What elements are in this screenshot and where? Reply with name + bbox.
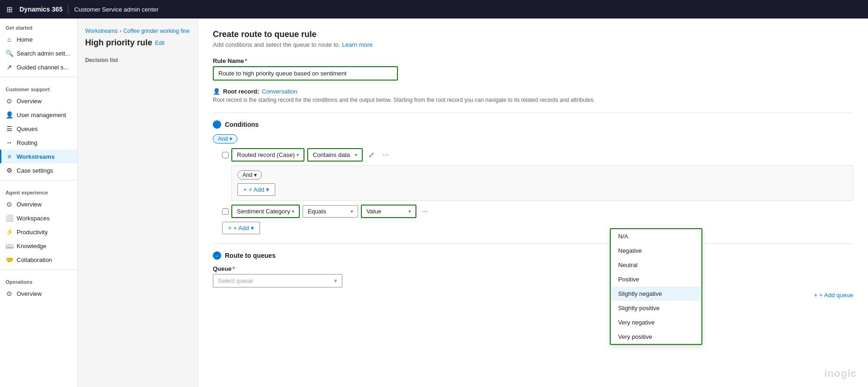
routed-record-label: Routed record (Case) [237, 151, 295, 158]
learn-more-link[interactable]: Learn more [342, 41, 372, 48]
value-chevron-icon: ▾ [409, 209, 411, 214]
guided-channel-icon: ↗ [6, 63, 13, 71]
and-pill[interactable]: And ▾ [213, 134, 237, 144]
get-started-section: Get started [0, 19, 77, 32]
route-to-queues-section: ↔ Route to queues Queue* Select queue ▾ [213, 243, 853, 287]
value-dropdown[interactable]: Value ▾ [361, 205, 416, 218]
sidebar-item-guided-channel[interactable]: ↗ Guided channel s... [0, 60, 77, 74]
sidebar-item-op-overview[interactable]: ⊙ Overview [0, 287, 77, 300]
rule-name-input[interactable] [213, 66, 398, 81]
sentiment-category-dropdown[interactable]: Sentiment Category ▾ [231, 205, 300, 218]
sidebar-item-knowledge[interactable]: 📖 Knowledge [0, 239, 77, 253]
select-queue-placeholder: Select queue [218, 277, 253, 284]
route-icon: ↔ [213, 251, 221, 260]
contains-data-dropdown[interactable]: Contains data ▾ [307, 148, 363, 162]
condition-2-checkbox[interactable] [222, 208, 229, 215]
routed-record-chevron-icon: ▾ [297, 152, 299, 157]
condition-1-options-button[interactable]: ··· [380, 150, 391, 160]
add-plus-icon: + [243, 186, 247, 193]
dropdown-option-slightly-positive[interactable]: Slightly positive [611, 301, 701, 315]
home-icon: ⌂ [6, 36, 13, 43]
sub-and-pill[interactable]: And ▾ [237, 170, 262, 180]
condition-1-more-button[interactable]: ⤢ [366, 150, 377, 160]
sidebar-item-user-mgmt-label: User management [17, 112, 66, 119]
sidebar-divider-1 [0, 77, 77, 77]
and-label: And [218, 136, 228, 142]
breadcrumb: Workstreams › Coffee grinder working fin… [85, 28, 190, 34]
dropdown-option-slightly-negative[interactable]: Slightly negative [611, 287, 701, 301]
equals-label: Equals [308, 208, 326, 215]
sidebar-item-user-management[interactable]: 👤 User management [0, 108, 77, 122]
left-panel-header: Workstreams › Coffee grinder working fin… [78, 24, 198, 53]
add-queue-button[interactable]: + + Add queue [814, 292, 853, 299]
condition-2-options-button[interactable]: ··· [419, 206, 431, 217]
rule-name-required: * [245, 57, 247, 64]
sidebar-item-search[interactable]: 🔍 Search admin sett... [0, 46, 77, 60]
sidebar-item-case-settings[interactable]: ⚙ Case settings [0, 163, 77, 177]
sidebar-item-workspaces[interactable]: ⬜ Workspaces [0, 211, 77, 225]
add-button[interactable]: + + Add ▾ [237, 183, 275, 196]
sidebar-item-guided-label: Guided channel s... [17, 64, 68, 71]
breadcrumb-workstreams[interactable]: Workstreams [85, 28, 118, 34]
select-queue-dropdown[interactable]: Select queue ▾ [213, 274, 342, 287]
dropdown-option-n/a[interactable]: N/A [611, 229, 701, 243]
main-wrapper: Workstreams › Coffee grinder working fin… [78, 19, 868, 387]
sidebar-item-search-label: Search admin sett... [17, 50, 70, 57]
app-name: Dynamics 365 [19, 6, 62, 13]
sentiment-chevron-icon: ▾ [292, 209, 294, 214]
sidebar-item-routing[interactable]: ↔ Routing [0, 136, 77, 150]
page-title-text: High priority rule [85, 38, 152, 48]
overview-icon: ⊙ [6, 97, 13, 105]
dropdown-option-negative[interactable]: Negative [611, 243, 701, 258]
rule-name-label: Rule Name* [213, 57, 853, 64]
condition-row-2: Sentiment Category ▾ Equals ▾ Value ▾ ··… [213, 205, 853, 218]
queues-icon: ☰ [6, 125, 13, 132]
breadcrumb-coffee-grinder[interactable]: Coffee grinder working fine [123, 28, 189, 34]
dropdown-option-positive[interactable]: Positive [611, 272, 701, 287]
sidebar-item-collaboration-label: Collaboration [17, 256, 52, 263]
queue-select-chevron-icon: ▾ [334, 277, 337, 284]
add-queue-plus-icon: + [814, 292, 818, 299]
routed-record-dropdown[interactable]: Routed record (Case) ▾ [231, 148, 304, 162]
contains-data-chevron-icon: ▾ [355, 152, 357, 157]
main-add-plus-icon: + [228, 225, 232, 231]
equals-dropdown[interactable]: Equals ▾ [303, 205, 358, 218]
main-add-chevron-icon: ▾ [251, 225, 254, 231]
dropdown-option-very-positive[interactable]: Very positive [611, 330, 701, 344]
page-title: High priority rule Edit [85, 38, 190, 48]
sidebar-item-workstreams[interactable]: ≡ Workstreams [0, 150, 77, 163]
edit-link[interactable]: Edit [155, 40, 165, 46]
main-add-button[interactable]: + + Add ▾ [222, 222, 260, 234]
topbar-separator [68, 5, 68, 14]
sidebar-item-queues[interactable]: ☰ Queues [0, 122, 77, 136]
user-management-icon: 👤 [6, 111, 13, 119]
root-record-header: 👤 Root record: Conversation [213, 88, 853, 95]
breadcrumb-separator: › [119, 28, 121, 34]
root-record-section: 👤 Root record: Conversation Root record … [213, 88, 853, 103]
grid-menu-button[interactable]: ⊞ [5, 5, 14, 14]
routing-icon: ↔ [6, 139, 13, 146]
sidebar-item-case-settings-label: Case settings [17, 167, 53, 174]
root-record-value: Conversation [262, 88, 298, 95]
sidebar-divider-3 [0, 269, 77, 270]
condition-1-checkbox[interactable] [222, 152, 229, 158]
sidebar-item-home[interactable]: ⌂ Home [0, 32, 77, 46]
main-add-label: + Add [234, 225, 249, 231]
sidebar-item-overview[interactable]: ⊙ Overview [0, 94, 77, 108]
sidebar-item-home-label: Home [17, 36, 33, 43]
sub-condition-box: And ▾ + + Add ▾ [231, 165, 853, 201]
sidebar-item-collaboration[interactable]: 🤝 Collaboration [0, 253, 77, 267]
sidebar-item-workspaces-label: Workspaces [17, 215, 50, 222]
sidebar-item-routing-label: Routing [17, 139, 37, 146]
dropdown-option-very-negative[interactable]: Very negative [611, 315, 701, 330]
sentiment-category-label: Sentiment Category [237, 208, 290, 215]
agent-experience-section: Agent experience [0, 183, 77, 197]
case-settings-icon: ⚙ [6, 167, 13, 174]
sidebar-item-ag-overview[interactable]: ⊙ Overview [0, 197, 77, 211]
dropdown-option-neutral[interactable]: Neutral [611, 258, 701, 272]
op-overview-icon: ⊙ [6, 290, 13, 297]
sidebar-item-productivity[interactable]: ⚡ Productivity [0, 225, 77, 239]
and-chevron-icon: ▾ [229, 136, 232, 142]
conditions-area: And ▾ Routed record (Case) ▾ Contains da… [213, 134, 853, 234]
condition-row-1: Routed record (Case) ▾ Contains data ▾ ⤢… [213, 148, 853, 162]
